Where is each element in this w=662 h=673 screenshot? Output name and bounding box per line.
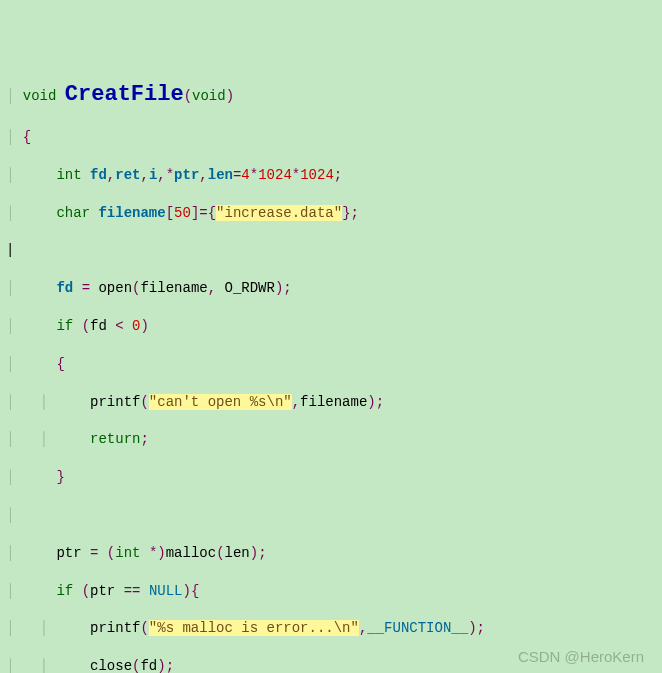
watermark: CSDN @HeroKern — [518, 647, 644, 667]
brace-open: │ { — [6, 128, 656, 147]
decl-char: │ char filename[50]={"increase.data"}; — [6, 204, 656, 223]
if-fd: │ if (fd < 0) — [6, 317, 656, 336]
open-call: │ fd = open(filename, O_RDWR); — [6, 279, 656, 298]
cursor-line: | — [6, 241, 656, 260]
printf-open-err: │ │ printf("can't open %s\n",filename); — [6, 393, 656, 412]
if-ptr: │ if (ptr == NULL){ — [6, 582, 656, 601]
printf-malloc-err: │ │ printf("%s malloc is error...\n",__F… — [6, 619, 656, 638]
signature-line: │ void CreatFile(void) — [6, 80, 656, 110]
decl-int: │ int fd,ret,i,*ptr,len=4*1024*1024; — [6, 166, 656, 185]
malloc-call: │ ptr = (int *)malloc(len); — [6, 544, 656, 563]
function-name: CreatFile — [65, 82, 184, 107]
